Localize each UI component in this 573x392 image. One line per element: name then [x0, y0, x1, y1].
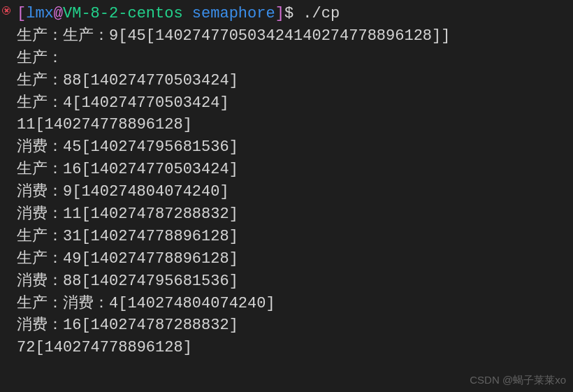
- output-line: 消费：45[140274795681536]: [6, 136, 567, 159]
- output-line: 消费：16[140274787288832]: [6, 314, 567, 337]
- output-line: 生产：生产：9[45[14027477050342414027477889612…: [6, 25, 567, 48]
- output-line: 72[140274778896128]: [6, 337, 567, 359]
- prompt-at: @: [54, 5, 63, 22]
- prompt-user: lmx: [26, 5, 54, 22]
- output-line: 生产：49[140274778896128]: [6, 248, 567, 270]
- error-icon: [2, 6, 10, 15]
- prompt-space: [183, 5, 192, 22]
- output-line: 生产：: [6, 48, 567, 70]
- prompt-line: [lmx@VM-8-2-centos semaphore]$ ./cp: [6, 3, 567, 25]
- output-line: 生产：88[140274770503424]: [6, 70, 567, 92]
- output-line: 消费：88[140274795681536]: [6, 270, 567, 293]
- output-line: 生产：消费：4[140274804074240]: [6, 293, 567, 315]
- output-line: 生产：16[140274770503424]: [6, 159, 567, 181]
- prompt-path: semaphore: [192, 5, 275, 22]
- output-line: 生产：4[140274770503424]: [6, 92, 567, 115]
- prompt-close-bracket: ]: [275, 5, 284, 22]
- prompt-host: VM-8-2-centos: [63, 5, 183, 22]
- watermark: CSDN @蝎子莱莱xo: [470, 372, 566, 388]
- prompt-dollar: $: [284, 5, 303, 22]
- output-line: 生产：31[140274778896128]: [6, 226, 567, 248]
- prompt-command: ./cp: [303, 5, 340, 22]
- prompt-open-bracket: [: [17, 5, 26, 22]
- output-line: 消费：9[140274804074240]: [6, 181, 567, 203]
- output-line: 消费：11[140274787288832]: [6, 203, 567, 226]
- output-line: 11[140274778896128]: [6, 114, 567, 136]
